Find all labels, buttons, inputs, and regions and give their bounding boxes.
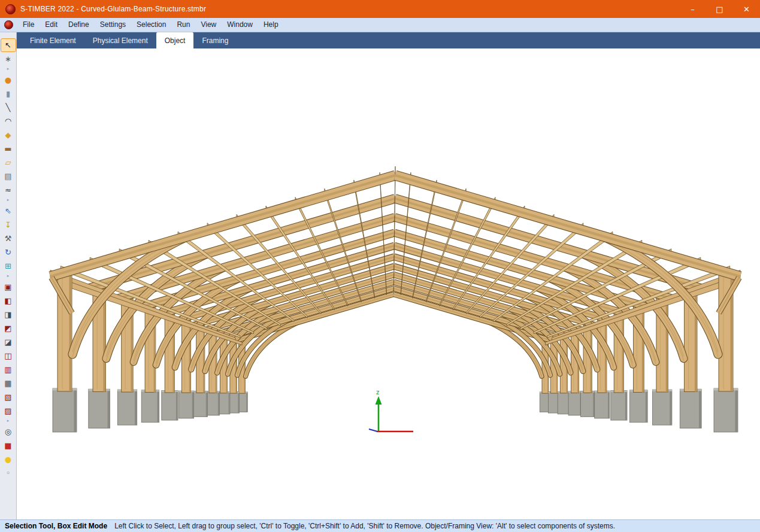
menu-item[interactable]: File: [17, 18, 40, 32]
line-tool[interactable]: ╲: [1, 101, 16, 114]
view-tab[interactable]: Object: [156, 32, 194, 48]
menu-item[interactable]: Window: [222, 18, 258, 32]
menu-item[interactable]: Run: [171, 18, 195, 32]
toolbar-group-grip: ▸: [1, 418, 16, 424]
zoom-extents-tool[interactable]: ◎: [1, 425, 16, 438]
spline-tool[interactable]: ≈: [1, 184, 16, 196]
view-tab[interactable]: Finite Element: [22, 32, 84, 48]
window-title: S-TIMBER 2022 - Curved-Glulam-Beam-Struc…: [20, 5, 206, 13]
close-button[interactable]: ✕: [733, 0, 760, 18]
main-area: ↖∗▸●▮╲◠◆▬▱▤≈▸⇖↧⚒↻⊞▸▣◧◨◩◪◫▥▦▧▨▸◎■●◦ Finit…: [0, 32, 760, 519]
workspace: Finite ElementPhysical ElementObjectFram…: [17, 32, 760, 519]
rotate-tool[interactable]: ↻: [1, 246, 16, 259]
view-tab[interactable]: Physical Element: [84, 32, 156, 48]
svg-text:z: z: [376, 389, 379, 396]
light-tool[interactable]: ●: [1, 453, 16, 466]
pan-tool[interactable]: ⊞: [1, 260, 16, 272]
toolbar-group-grip: ▸: [1, 197, 16, 203]
menu-items: FileEditDefineSettingsSelectionRunViewWi…: [17, 18, 284, 32]
column-tool[interactable]: ▮: [1, 87, 16, 100]
snap-tool[interactable]: ∗: [1, 53, 16, 65]
quad-tool[interactable]: ◆: [1, 129, 16, 141]
status-bar: Selection Tool, Box Edit Mode Left Click…: [0, 519, 760, 532]
solid-cube-tool[interactable]: ▣: [1, 281, 16, 293]
select-tool[interactable]: ↖: [1, 39, 16, 51]
hatchet-tool[interactable]: ⚒: [1, 232, 16, 245]
hatch-cross-tool[interactable]: ▨: [1, 405, 16, 417]
view-tab-bar: Finite ElementPhysical ElementObjectFram…: [17, 32, 760, 48]
window-controls: – □ ✕: [679, 0, 760, 18]
viewport-3d[interactable]: z: [17, 48, 760, 519]
menu-bar: FileEditDefineSettingsSelectionRunViewWi…: [0, 18, 760, 32]
hatch-v-tool[interactable]: ▥: [1, 363, 16, 376]
menu-item[interactable]: View: [195, 18, 222, 32]
title-bar: S-TIMBER 2022 - Curved-Glulam-Beam-Struc…: [0, 0, 760, 18]
node-snap-tool[interactable]: ◦: [1, 467, 16, 479]
solid-left-tool[interactable]: ◧: [1, 294, 16, 307]
beam-tool[interactable]: ▬: [1, 142, 16, 155]
status-hint: Left Click to Select, Left drag to group…: [114, 522, 615, 530]
solid-right-tool[interactable]: ◨: [1, 308, 16, 321]
app-logo-icon: [5, 4, 16, 14]
app-menu-icon[interactable]: [4, 20, 13, 29]
left-toolbar: ↖∗▸●▮╲◠◆▬▱▤≈▸⇖↧⚒↻⊞▸▣◧◨◩◪◫▥▦▧▨▸◎■●◦: [0, 32, 17, 519]
menu-item[interactable]: Define: [63, 18, 95, 32]
structure-render: z: [17, 48, 760, 519]
toolbar-group-grip: ▸: [1, 273, 16, 279]
menu-item[interactable]: Settings: [95, 18, 131, 32]
pick-object-tool[interactable]: ⇖: [1, 205, 16, 217]
status-mode: Selection Tool, Box Edit Mode: [5, 522, 107, 530]
hatch-grid-tool[interactable]: ▦: [1, 377, 16, 390]
hatch-diag-tool[interactable]: ▧: [1, 391, 16, 403]
pin-tool[interactable]: ↧: [1, 218, 16, 231]
menu-item[interactable]: Help: [258, 18, 284, 32]
grid-tool[interactable]: ▤: [1, 170, 16, 183]
arc-tool[interactable]: ◠: [1, 115, 16, 127]
slab-tool[interactable]: ▱: [1, 156, 16, 169]
minimize-button[interactable]: –: [679, 0, 706, 18]
view-tab[interactable]: Framing: [193, 32, 237, 48]
point-tool[interactable]: ●: [1, 74, 16, 86]
render-stop-tool[interactable]: ■: [1, 439, 16, 452]
toolbar-group-grip: ▸: [1, 66, 16, 72]
maximize-button[interactable]: □: [706, 0, 733, 18]
solid-top-tool[interactable]: ◩: [1, 322, 16, 335]
menu-item[interactable]: Selection: [131, 18, 171, 32]
menu-item[interactable]: Edit: [40, 18, 63, 32]
solid-bottom-tool[interactable]: ◪: [1, 336, 16, 348]
solid-split-tool[interactable]: ◫: [1, 349, 16, 362]
